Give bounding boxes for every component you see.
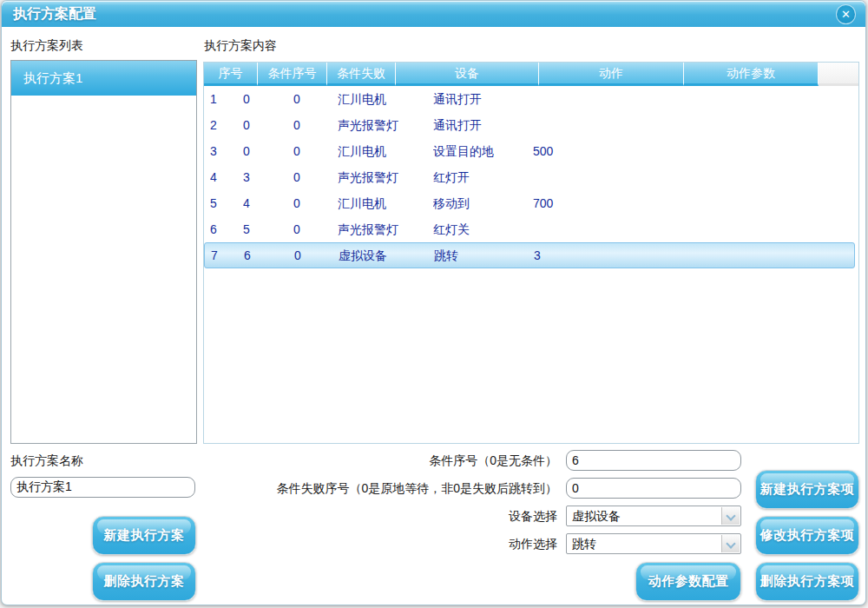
table-row[interactable]: 200声光报警灯通讯打开 xyxy=(204,112,858,138)
table-cell: 声光报警灯 xyxy=(338,164,433,190)
action-select-label: 动作选择 xyxy=(204,537,557,552)
plan-list-label: 执行方案列表 xyxy=(10,38,83,54)
table-row[interactable]: 760虚拟设备跳转3 xyxy=(204,242,855,268)
table-row[interactable]: 100汇川电机通讯打开 xyxy=(204,86,858,112)
condition-fail-label: 条件失败序号（0是原地等待，非0是失败后跳转到） xyxy=(204,481,557,497)
table-row[interactable]: 300汇川电机设置目的地500 xyxy=(204,138,858,164)
table-cell: 0 xyxy=(243,86,293,112)
table-cell: 0 xyxy=(293,138,338,164)
plan-name-label: 执行方案名称 xyxy=(10,453,83,469)
table-cell: 虚拟设备 xyxy=(339,243,434,268)
table-cell: 0 xyxy=(293,216,338,242)
table-cell: 5 xyxy=(243,216,293,242)
table-row[interactable]: 650声光报警灯红灯关 xyxy=(204,216,858,242)
table-cell: 0 xyxy=(293,190,338,216)
column-header[interactable]: 条件失败 xyxy=(327,63,396,86)
table-cell: 0 xyxy=(293,86,338,112)
table-row[interactable]: 430声光报警灯红灯开 xyxy=(204,164,858,190)
action-select-dropdown-button[interactable] xyxy=(721,535,740,552)
execution-plan-dialog: 执行方案配置 ✕ 执行方案列表 执行方案内容 执行方案1 序号条件序号条件失败设… xyxy=(1,0,866,605)
action-select[interactable]: 跳转 xyxy=(566,533,741,554)
column-header[interactable]: 条件序号 xyxy=(258,63,327,86)
table-cell: 汇川电机 xyxy=(338,86,433,112)
table-cell xyxy=(533,112,858,138)
table-cell: 1 xyxy=(210,86,243,112)
table-cell: 6 xyxy=(244,243,294,268)
table-cell: 0 xyxy=(294,243,339,268)
column-header[interactable]: 动作参数 xyxy=(684,63,819,86)
close-button[interactable]: ✕ xyxy=(836,4,856,24)
column-header[interactable]: 设备 xyxy=(396,63,539,86)
column-header-filler xyxy=(819,63,858,86)
table-cell: 0 xyxy=(243,138,293,164)
table-cell: 声光报警灯 xyxy=(338,216,433,242)
device-select-dropdown-button[interactable] xyxy=(721,507,740,525)
table-cell: 0 xyxy=(293,112,338,138)
table-cell: 7 xyxy=(211,243,244,268)
table-cell: 3 xyxy=(243,164,293,190)
table-cell: 0 xyxy=(243,112,293,138)
table-cell: 4 xyxy=(210,164,243,190)
close-icon: ✕ xyxy=(841,8,851,21)
device-select-label: 设备选择 xyxy=(204,509,557,525)
delete-plan-item-button[interactable]: 删除执行方案项 xyxy=(755,562,859,601)
title-bar[interactable]: 执行方案配置 ✕ xyxy=(2,1,865,27)
table-cell: 汇川电机 xyxy=(338,138,433,164)
table-cell: 设置目的地 xyxy=(433,138,533,164)
condition-index-label: 条件序号（0是无条件） xyxy=(204,453,557,469)
device-select-value: 虚拟设备 xyxy=(572,509,621,523)
chevron-down-icon xyxy=(726,539,735,548)
table-body: 100汇川电机通讯打开200声光报警灯通讯打开300汇川电机设置目的地50043… xyxy=(204,86,858,443)
action-param-config-button[interactable]: 动作参数配置 xyxy=(635,562,741,601)
table-header-row: 序号条件序号条件失败设备动作动作参数 xyxy=(204,63,858,86)
table-cell: 通讯打开 xyxy=(433,86,533,112)
column-header[interactable]: 动作 xyxy=(539,63,684,86)
table-cell: 跳转 xyxy=(434,243,534,268)
plan-content-label: 执行方案内容 xyxy=(204,38,277,54)
table-cell: 声光报警灯 xyxy=(338,112,433,138)
table-cell xyxy=(533,164,858,190)
table-cell xyxy=(533,86,858,112)
action-select-value: 跳转 xyxy=(572,537,596,551)
column-header[interactable]: 序号 xyxy=(204,63,258,86)
table-cell: 700 xyxy=(533,190,858,216)
table-cell: 3 xyxy=(534,243,854,268)
table-cell: 汇川电机 xyxy=(338,190,433,216)
table-cell xyxy=(533,216,858,242)
table-cell: 红灯关 xyxy=(433,216,533,242)
modify-plan-item-button[interactable]: 修改执行方案项 xyxy=(755,516,859,555)
list-item[interactable]: 执行方案1 xyxy=(11,61,196,96)
table-cell: 红灯开 xyxy=(433,164,533,190)
new-plan-button[interactable]: 新建执行方案 xyxy=(92,516,196,555)
device-select[interactable]: 虚拟设备 xyxy=(566,506,741,526)
table-cell: 5 xyxy=(210,190,243,216)
chevron-down-icon xyxy=(726,511,735,520)
delete-plan-button[interactable]: 删除执行方案 xyxy=(92,562,196,601)
table-cell: 0 xyxy=(293,164,338,190)
plan-listbox[interactable]: 执行方案1 xyxy=(10,60,197,444)
condition-index-input[interactable] xyxy=(566,450,741,471)
plan-name-input[interactable] xyxy=(10,477,195,498)
table-cell: 2 xyxy=(210,112,243,138)
table-row[interactable]: 540汇川电机移动到700 xyxy=(204,190,858,216)
table-cell: 4 xyxy=(243,190,293,216)
table-cell: 移动到 xyxy=(433,190,533,216)
table-cell: 500 xyxy=(533,138,858,164)
condition-fail-input[interactable] xyxy=(566,478,741,499)
new-plan-item-button[interactable]: 新建执行方案项 xyxy=(755,470,859,509)
plan-items-table: 序号条件序号条件失败设备动作动作参数 100汇川电机通讯打开200声光报警灯通讯… xyxy=(203,62,859,444)
table-cell: 6 xyxy=(210,216,243,242)
window-title: 执行方案配置 xyxy=(13,1,96,27)
table-cell: 通讯打开 xyxy=(433,112,533,138)
table-cell: 3 xyxy=(210,138,243,164)
